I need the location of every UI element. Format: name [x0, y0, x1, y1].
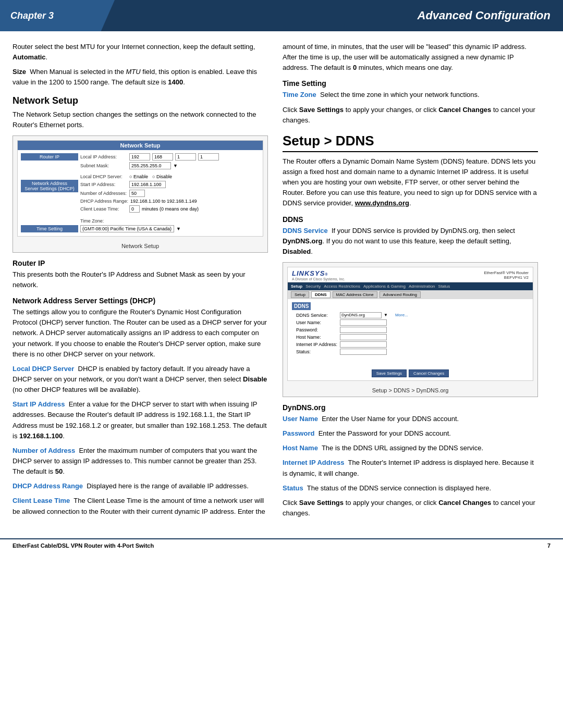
ns-title: Network Setup [18, 141, 263, 150]
page-header: Chapter 3 Advanced Configuration [0, 0, 563, 31]
password-input[interactable] [340, 327, 387, 333]
ddns-service-row: DDNS Service: DynDNS.org ▼ More... [296, 312, 529, 318]
ns-num-addr-value: 50 [129, 190, 145, 197]
ns-lease-label: Client Lease Time: [80, 206, 127, 212]
page-title: Advanced Configuration [115, 0, 563, 31]
ns-subnet-label: Subnet Mask: [80, 163, 127, 168]
final-save-para: Click Save Settings to apply your change… [283, 498, 538, 519]
inet-ip-para: Internet IP Address The Router's Interne… [283, 458, 538, 478]
page-content: Router select the best MTU for your Inte… [0, 31, 563, 533]
tab-ddns[interactable]: DDNS [311, 291, 331, 298]
local-dhcp-term: Local DHCP Server [13, 365, 74, 373]
internet-ip-value [340, 341, 387, 348]
tab-routing[interactable]: Advanced Routing [380, 291, 421, 298]
ns-dhcp-label: Network AddressServer Settings (DHCP) [21, 180, 78, 192]
ddns-content-area: DDNS DDNS Service: DynDNS.org ▼ More... … [288, 299, 533, 380]
internet-ip-label: Internet IP Address: [296, 342, 338, 347]
ns-local-dhcp-label: Local DHCP Server: [80, 174, 127, 179]
ns-start-ip-value: 192.168.1.100 [129, 181, 166, 188]
left-column: Router select the best MTU for your Inte… [13, 42, 268, 523]
time-zone-term: Time Zone [283, 91, 316, 98]
ns-labels-col: Router IP Network AddressServer Settings… [21, 153, 78, 233]
local-dhcp-para: Local DHCP Server DHCP is enabled by fac… [13, 364, 268, 395]
ns-local-ip-value: 192 [129, 153, 150, 161]
ddns-service-field-label: DDNS Service: [296, 313, 338, 318]
ns-timezone-value: (GMT-08:00) Pacific Time (USA & Canada) [80, 225, 174, 232]
ns-disable-radio: ○ Disable [152, 174, 172, 179]
status-para: Status The status of the DDNS service co… [283, 483, 538, 493]
ns-lease-unit: minutes (0 means one day) [142, 206, 199, 212]
ns-local-ip-row: Local IP Address: 192 168 1 1 [80, 153, 260, 161]
host-name-term: Host Name [283, 444, 318, 452]
ddns-service-para: DDNS Service If your DDNS service is pro… [283, 226, 538, 257]
hostname-label: Host Name: [296, 335, 338, 340]
ddns-image-caption: Setup > DDNS > DynDNS.org [283, 385, 537, 397]
time-save-para: Click Save Settings to apply your change… [283, 105, 538, 126]
status-term: Status [283, 484, 303, 492]
ddns-service-select[interactable]: DynDNS.org [340, 312, 382, 318]
nav-admin[interactable]: Administration [409, 284, 435, 289]
password-para: Password Enter the Password for your DDN… [283, 428, 538, 439]
nav-access[interactable]: Access Restrictions [324, 284, 360, 289]
linksys-logo: LINKSYS® A Division of Cisco Systems, In… [292, 269, 345, 281]
ns-dhcp-range-row: DHCP Address Range: 192.168.1.100 to 192… [80, 199, 260, 204]
dhcp-heading: Network Address Server Settings (DHCP) [13, 297, 268, 305]
chapter-label: Chapter 3 [0, 0, 115, 31]
username-row: User Name: [296, 319, 529, 326]
user-name-para: User Name Enter the User Name for your D… [283, 414, 538, 424]
time-setting-heading: Time Setting [283, 79, 538, 88]
ddns-section-label: DDNS [292, 302, 311, 310]
status-row: Status: [296, 349, 529, 355]
host-name-para: Host Name The is the DDNS URL assigned b… [283, 443, 538, 453]
ddns-main-heading: Setup > DDNS [283, 133, 538, 152]
more-link[interactable]: More... [395, 313, 408, 317]
ddns-tab-bar: Setup DDNS MAC Address Clone Advanced Ro… [288, 290, 533, 299]
lease-cont-para: amount of time, in minutes, that the use… [283, 42, 538, 73]
tab-mac[interactable]: MAC Address Clone [333, 291, 377, 298]
nav-status[interactable]: Status [438, 284, 450, 289]
dyndns-heading: DynDNS.org [283, 403, 538, 412]
ddns-sub-heading: DDNS [283, 215, 538, 224]
hostname-input[interactable] [340, 334, 387, 340]
ns-local-ip-3: 1 [175, 153, 196, 161]
network-setup-image: Network Setup Router IP Network AddressS… [13, 135, 268, 253]
ns-enable-radio: ○ Enable [129, 174, 148, 179]
ns-router-ip-label: Router IP [21, 153, 78, 161]
tab-setup[interactable]: Setup [291, 291, 309, 298]
ns-subnet-row: Subnet Mask: 255.255.255.0 ▼ [80, 162, 260, 169]
start-ip-term: Start IP Address [13, 400, 65, 408]
footer-page-number: 7 [547, 542, 550, 549]
save-settings-button[interactable]: Save Settings [372, 369, 407, 377]
product-model: BEFVP41 V2 [484, 275, 529, 280]
ns-timezone-row: Time Zone: [80, 218, 260, 224]
cancel-changes-button[interactable]: Cancel Changes [409, 369, 449, 377]
ddns-button-row: Save Settings Cancel Changes [292, 369, 529, 377]
ns-num-addr-row: Number of Addresses: 50 [80, 190, 260, 197]
network-setup-caption: Network Setup [13, 241, 267, 252]
product-info: EtherFast® VPN Router BEFVP41 V2 [484, 270, 529, 280]
page-footer: EtherFast Cable/DSL VPN Router with 4-Po… [0, 538, 563, 552]
status-value [340, 349, 387, 355]
size-term: Size [13, 68, 26, 76]
linksys-sub: A Division of Cisco Systems, Inc. [292, 277, 345, 281]
username-input[interactable] [340, 319, 387, 326]
network-setup-screenshot: Network Setup Router IP Network AddressS… [17, 140, 263, 237]
dhcp-p1: The settings allow you to configure the … [13, 307, 268, 360]
ns-body: Router IP Network AddressServer Settings… [18, 150, 263, 236]
nav-security[interactable]: Security [305, 284, 321, 289]
start-ip-para: Start IP Address Enter a value for the D… [13, 399, 268, 441]
nav-applications[interactable]: Applications & Gaming [363, 284, 406, 289]
internet-ip-row: Internet IP Address: [296, 341, 529, 348]
ns-subnet-value: 255.255.255.0 [129, 162, 171, 169]
user-name-term: User Name [283, 415, 318, 423]
ns-timezone-value-row: (GMT-08:00) Pacific Time (USA & Canada) … [80, 225, 260, 232]
size-para: Size When Manual is selected in the MTU … [13, 67, 268, 88]
dhcp-range-term: DHCP Address Range [13, 482, 83, 490]
nav-setup[interactable]: Setup [291, 284, 302, 289]
intro-p1: Router select the best MTU for your Inte… [13, 42, 268, 63]
ddns-logo-bar: LINKSYS® A Division of Cisco Systems, In… [288, 267, 533, 282]
chapter-text: Chapter 3 [10, 10, 54, 21]
ddns-service-term: DDNS Service [283, 227, 328, 235]
router-ip-heading: Router IP [13, 259, 268, 267]
ns-local-ip-2: 168 [152, 153, 173, 161]
